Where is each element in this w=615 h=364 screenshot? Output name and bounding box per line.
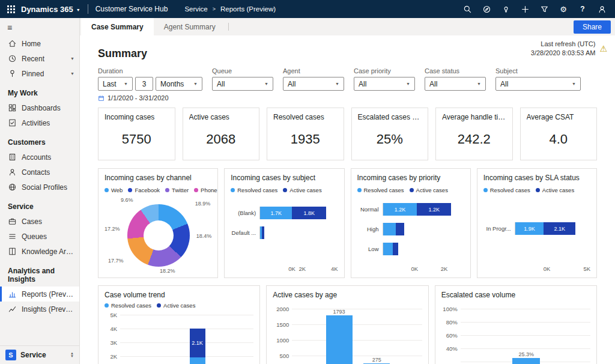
sidebar-item-pinned[interactable]: Pinned ▼ bbox=[0, 66, 79, 81]
chart-row: Incoming cases by channel Web Facebook T… bbox=[98, 168, 597, 278]
share-button[interactable]: Share bbox=[574, 20, 611, 34]
duration-count-input[interactable]: 3 bbox=[135, 77, 153, 91]
sidebar-item-cases[interactable]: Cases bbox=[0, 214, 79, 229]
legend-item[interactable]: Web bbox=[105, 187, 123, 193]
sidebar-item-activities[interactable]: Activities bbox=[0, 115, 79, 130]
search-icon[interactable] bbox=[459, 2, 476, 16]
bar-segment-resolved[interactable]: 1.2K bbox=[383, 203, 417, 216]
legend-item[interactable]: Active cases bbox=[536, 187, 574, 193]
sidebar-item-reports-preview[interactable]: Reports (Preview) bbox=[0, 287, 79, 302]
bar-segment-active[interactable]: 2.1K bbox=[544, 222, 575, 235]
legend-item[interactable]: Resolved cases bbox=[105, 302, 151, 309]
section-header-customers: Customers bbox=[0, 138, 79, 147]
account-icon[interactable] bbox=[593, 2, 610, 16]
x-axis: 0K 2K bbox=[386, 265, 464, 273]
legend-dot bbox=[157, 303, 161, 308]
duration-range-dropdown[interactable]: Last ▼ bbox=[98, 77, 133, 91]
agent-dropdown[interactable]: All ▼ bbox=[283, 77, 344, 91]
legend-item[interactable]: Resolved cases bbox=[357, 187, 404, 193]
compass-icon[interactable] bbox=[478, 2, 495, 16]
area-switcher[interactable]: S Service ▲▼ bbox=[0, 345, 79, 364]
legend-item[interactable]: Phone bbox=[194, 187, 217, 193]
queue-dropdown[interactable]: All ▼ bbox=[212, 77, 273, 91]
subject-dropdown[interactable]: All ▼ bbox=[495, 77, 581, 91]
bar-segment-active[interactable]: 1.8K bbox=[292, 207, 326, 219]
bar-segment-active[interactable] bbox=[396, 223, 404, 235]
stacked-column[interactable]: 2.1K 1.9K bbox=[190, 329, 205, 364]
legend-dot bbox=[165, 188, 169, 192]
legend-item[interactable]: Resolved cases bbox=[483, 187, 530, 193]
case-priority-dropdown[interactable]: All ▼ bbox=[354, 77, 415, 91]
sidebar-item-dashboards[interactable]: Dashboards bbox=[0, 100, 79, 115]
bar-segment-resolved[interactable] bbox=[383, 243, 393, 255]
settings-gear-icon[interactable]: ⚙ bbox=[555, 2, 572, 16]
help-icon[interactable]: ? bbox=[574, 2, 591, 16]
bar-segment-resolved[interactable]: 1.9K bbox=[515, 222, 544, 235]
sidebar-item-home[interactable]: Home bbox=[0, 36, 79, 51]
filter-icon[interactable] bbox=[536, 2, 553, 16]
chevron-down-icon: ▼ bbox=[572, 82, 576, 86]
filter-queue: Queue All ▼ bbox=[212, 67, 273, 102]
bar-segment-resolved[interactable] bbox=[383, 223, 396, 235]
bar-segment-active[interactable]: 1.2K bbox=[417, 203, 451, 216]
bar-column[interactable]: 25.3% bbox=[512, 351, 540, 364]
legend-dot bbox=[357, 188, 362, 192]
clock-icon bbox=[8, 54, 17, 63]
breadcrumb-page[interactable]: Reports (Preview) bbox=[220, 5, 276, 13]
plot-area: 2.1K 1.9K bbox=[120, 315, 253, 364]
site-map-sidebar: ≡ Home Recent ▼ Pinned ▼ My Work Dashboa… bbox=[0, 18, 80, 364]
bar-column[interactable]: 1793 bbox=[326, 309, 353, 364]
x-axis: 0K 5K bbox=[512, 265, 590, 273]
sidebar-item-recent[interactable]: Recent ▼ bbox=[0, 51, 79, 66]
duration-unit-dropdown[interactable]: Months ▼ bbox=[156, 77, 202, 91]
calendar-icon bbox=[98, 95, 105, 102]
sidebar-item-queues[interactable]: Queues bbox=[0, 229, 79, 244]
tab-case-summary[interactable]: Case Summary bbox=[81, 18, 154, 35]
globe-icon bbox=[8, 183, 17, 192]
legend-item[interactable]: Active cases bbox=[157, 302, 195, 309]
filter-subject: Subject All ▼ bbox=[495, 67, 581, 102]
legend-item[interactable]: Resolved cases bbox=[231, 187, 277, 193]
brand-menu[interactable]: Dynamics 365 ▼ bbox=[21, 5, 80, 14]
plus-icon[interactable] bbox=[517, 2, 533, 16]
tab-agent-summary[interactable]: Agent Summary bbox=[154, 18, 226, 35]
legend-item[interactable]: Facebook bbox=[128, 187, 160, 193]
chart-incoming-by-sla: Incoming cases by SLA status Resolved ca… bbox=[477, 168, 597, 278]
collapse-sitemap-icon[interactable]: ≡ bbox=[0, 18, 79, 36]
report-content: Last refresh (UTC) 3/28/2020 8:03:53 AM … bbox=[80, 35, 615, 364]
chart-case-volume-trend: Case volume trend Resolved cases Active … bbox=[98, 285, 260, 364]
last-refresh: Last refresh (UTC) 3/28/2020 8:03:53 AM … bbox=[531, 40, 607, 58]
lightbulb-icon[interactable] bbox=[497, 2, 514, 16]
sidebar-item-knowledge-articles[interactable]: Knowledge Articles bbox=[0, 244, 79, 259]
legend-dot bbox=[283, 188, 287, 192]
donut-chart[interactable] bbox=[127, 204, 190, 267]
bar-column[interactable]: 275 bbox=[363, 357, 390, 364]
y-axis: 5K 4K 3K 2K bbox=[105, 315, 120, 364]
kpi-average-csat: Average CSAT 4.0 bbox=[520, 108, 598, 160]
sidebar-item-social-profiles[interactable]: Social Profiles bbox=[0, 180, 79, 195]
app-launcher-icon[interactable] bbox=[7, 5, 15, 13]
legend-item[interactable]: Active cases bbox=[283, 187, 321, 193]
sidebar-item-insights-preview[interactable]: Insights (Preview) bbox=[0, 302, 79, 317]
bar-segment-active[interactable] bbox=[393, 243, 398, 255]
bar-chart-icon bbox=[8, 290, 17, 299]
sidebar-item-accounts[interactable]: Accounts bbox=[0, 150, 79, 165]
case-status-dropdown[interactable]: All ▼ bbox=[425, 77, 486, 91]
filter-agent: Agent All ▼ bbox=[283, 67, 344, 102]
chart-incoming-by-subject: Incoming cases by subject Resolved cases… bbox=[224, 168, 344, 278]
y-axis: 2000 1500 1000 500 bbox=[273, 309, 292, 364]
breadcrumb: Service > Reports (Preview) bbox=[184, 5, 276, 13]
legend-item[interactable]: Active cases bbox=[410, 187, 448, 193]
bar-segment-active[interactable] bbox=[262, 226, 264, 239]
chevron-down-icon[interactable]: ▼ bbox=[70, 71, 74, 76]
sidebar-item-contacts[interactable]: Contacts bbox=[0, 165, 79, 180]
chevron-down-icon[interactable]: ▼ bbox=[70, 56, 74, 61]
breadcrumb-area[interactable]: Service bbox=[184, 5, 207, 13]
legend-dot bbox=[410, 188, 414, 192]
app-name[interactable]: Customer Service Hub bbox=[95, 5, 168, 13]
legend-dot bbox=[194, 188, 198, 192]
warning-icon[interactable]: ⚠ bbox=[599, 44, 607, 53]
legend-item[interactable]: Twitter bbox=[165, 187, 189, 193]
y-axis: 100% 80% 60% 40% bbox=[441, 309, 461, 364]
bar-segment-resolved[interactable]: 1.7K bbox=[260, 207, 292, 219]
